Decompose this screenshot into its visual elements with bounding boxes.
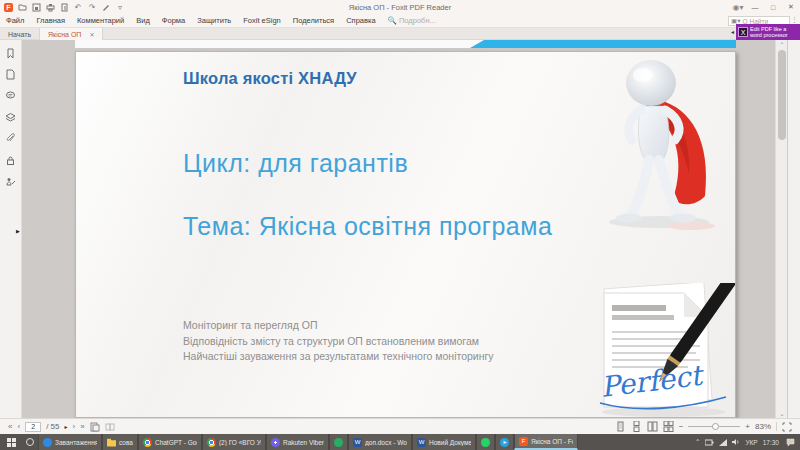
volume-icon[interactable]: [732, 438, 740, 446]
previous-page-button[interactable]: ‹: [17, 422, 20, 431]
attachments-icon[interactable]: [5, 133, 17, 145]
more-options-icon[interactable]: ⋮: [791, 16, 798, 24]
taskbar-button-word-doc[interactable]: W доп.docx - Word (Сб...: [348, 434, 412, 450]
account-icon[interactable]: ◉▾: [730, 3, 746, 12]
taskbar-button-chatgpt-chrome[interactable]: ChatGPT - Google C...: [138, 434, 202, 450]
tab-document[interactable]: Якісна ОП ✕: [40, 28, 103, 40]
tab-start[interactable]: Начать: [0, 28, 40, 40]
taskbar-label: ChatGPT - Google C...: [155, 439, 197, 446]
pdf-page-2[interactable]: Школа якості ХНАДУ Цикл: для гарантів Те…: [75, 51, 736, 418]
downloads-icon: [43, 438, 52, 447]
view-facing-continuous-icon[interactable]: [663, 421, 674, 432]
promo-pointer-icon: ◂: [731, 28, 734, 35]
menu-file[interactable]: Файл: [0, 16, 30, 25]
tell-me-label: Подробн...: [399, 16, 436, 25]
battery-icon[interactable]: [705, 439, 714, 446]
taskbar-button-word-new-doc[interactable]: W Новий Документ М...: [412, 434, 476, 450]
slide-bullet-2: Відповідність змісту та структури ОП вст…: [183, 334, 494, 350]
zoom-out-icon[interactable]: −: [679, 422, 684, 431]
taskbar-button-ngo-chrome[interactable]: (2) ГО «ВГО Україна...: [202, 434, 266, 450]
foxit-pdf-reader-window: F ↶ ↷ ▿ Якісна ОП - Foxit PDF Reader ◉▾ …: [0, 0, 800, 450]
tray-expand-icon[interactable]: ⌃: [695, 438, 700, 446]
zoom-slider[interactable]: [688, 426, 740, 427]
windows-logo-icon: [7, 438, 16, 447]
next-page-button[interactable]: ›: [72, 422, 75, 431]
slide-topic-line: Тема: Якісна освітня програма: [183, 212, 552, 241]
view-single-icon[interactable]: [615, 421, 626, 432]
print-icon[interactable]: [45, 2, 55, 12]
document-view[interactable]: Школа якості ХНАДУ Цикл: для гарантів Те…: [22, 40, 800, 418]
taskbar-button-downloads[interactable]: Завантаження: [38, 434, 102, 450]
customize-toolbar-icon[interactable]: ▿: [115, 2, 125, 12]
status-bar: « ‹ 2 / 55 ▸ › » − + 83%: [0, 418, 800, 434]
menu-view[interactable]: Вид: [130, 16, 156, 25]
layers-icon[interactable]: [5, 112, 17, 124]
start-button[interactable]: [0, 434, 22, 450]
clock[interactable]: 17:30: [763, 439, 779, 446]
taskbar-button-foxit-active[interactable]: F Якісна ОП - Foxit PD...: [514, 434, 578, 450]
close-button[interactable]: ✕: [782, 0, 800, 14]
scroll-down-icon[interactable]: ⌄: [776, 410, 788, 417]
language-indicator[interactable]: УКР: [745, 439, 757, 446]
save-icon[interactable]: [31, 2, 41, 12]
vertical-scrollbar[interactable]: ⌃ ⌄: [775, 40, 787, 418]
view-facing-icon[interactable]: [647, 421, 658, 432]
open-file-icon[interactable]: [17, 2, 27, 12]
scroll-up-icon[interactable]: ⌃: [776, 41, 788, 48]
minimize-button[interactable]: —: [746, 0, 764, 14]
zoom-level[interactable]: 83%: [755, 422, 771, 431]
scrollbar-thumb[interactable]: [778, 50, 786, 140]
page-number-input[interactable]: 2: [25, 422, 41, 432]
word-icon: W: [353, 438, 362, 447]
notification-center-icon[interactable]: [784, 436, 796, 448]
taskbar-label: Новий Документ М...: [429, 439, 471, 446]
promo-line2: word processor: [750, 32, 788, 38]
foxit-app-icon[interactable]: F: [4, 3, 13, 12]
single-page-layout-icon[interactable]: [90, 422, 100, 432]
page-thumbnails-icon[interactable]: [5, 69, 17, 81]
slide-header: Школа якості ХНАДУ: [183, 69, 357, 88]
tell-me-search[interactable]: 🔍 Подробн...: [382, 16, 436, 25]
fullscreen-icon[interactable]: [782, 422, 792, 432]
redo-icon[interactable]: ↷: [87, 2, 97, 12]
sidebar-expand-icon[interactable]: ▶: [16, 228, 20, 234]
digital-signature-icon[interactable]: [5, 176, 17, 188]
export-icon[interactable]: [59, 2, 69, 12]
menu-share[interactable]: Поделиться: [287, 16, 340, 25]
menu-help[interactable]: Справка: [340, 16, 381, 25]
edit-pdf-promo[interactable]: X Edit PDF like a word processor: [736, 24, 800, 40]
taskbar-button-telegram[interactable]: ➤: [495, 434, 514, 450]
tab-close-icon[interactable]: ✕: [89, 31, 94, 38]
taskbar-button-green-app[interactable]: [329, 434, 348, 450]
ink-sign-icon[interactable]: [101, 2, 111, 12]
menu-protect[interactable]: Защитить: [191, 16, 237, 25]
menu-form[interactable]: Форма: [156, 16, 191, 25]
comments-icon[interactable]: [5, 90, 17, 102]
last-page-button[interactable]: »: [80, 422, 84, 431]
menu-home[interactable]: Главная: [30, 16, 71, 25]
first-page-button[interactable]: «: [8, 422, 12, 431]
bookmarks-icon[interactable]: [5, 48, 17, 60]
zoom-slider-knob[interactable]: [712, 423, 719, 430]
taskbar-button-folder[interactable]: сова: [102, 434, 138, 450]
window-controls: ◉▾ — □ ✕: [730, 0, 800, 14]
facing-page-layout-icon[interactable]: [105, 422, 115, 432]
taskbar-button-whatsapp[interactable]: [476, 434, 495, 450]
menu-comment[interactable]: Комментарий: [71, 16, 130, 25]
whatsapp-icon: [481, 438, 490, 447]
maximize-button[interactable]: □: [764, 0, 782, 14]
cortana-icon: [26, 438, 34, 446]
security-icon[interactable]: [5, 155, 17, 167]
undo-icon[interactable]: ↶: [73, 2, 83, 12]
signed-document-pen-image: Perfect: [592, 283, 736, 418]
document-right-margin: [788, 40, 800, 418]
view-continuous-icon[interactable]: [631, 421, 642, 432]
viber-icon: [271, 438, 280, 447]
folder-icon: [107, 438, 116, 447]
current-view-icon[interactable]: ▸: [64, 423, 67, 430]
taskbar-button-viber[interactable]: Rakuten Viber: [266, 434, 329, 450]
network-icon[interactable]: [719, 439, 727, 446]
zoom-in-icon[interactable]: +: [745, 422, 750, 431]
menu-foxit-esign[interactable]: Foxit eSign: [237, 16, 287, 25]
search-cortana-button[interactable]: [22, 434, 38, 450]
